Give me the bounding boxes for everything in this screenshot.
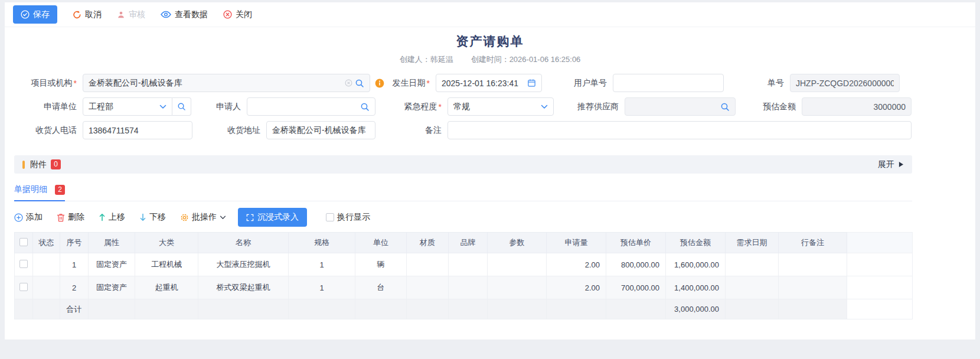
address-input[interactable] bbox=[272, 126, 370, 135]
apply-dept-select[interactable]: 工程部 bbox=[83, 97, 172, 116]
immersive-entry-button[interactable]: 沉浸式录入 bbox=[238, 208, 307, 227]
remark-input[interactable] bbox=[453, 126, 906, 135]
move-up-button[interactable]: 上移 bbox=[99, 212, 125, 223]
audit-button[interactable]: 审核 bbox=[117, 9, 145, 20]
phone-label: 收货人电话 bbox=[5, 125, 83, 136]
chevron-down-icon bbox=[159, 105, 166, 109]
address-label: 收货地址 bbox=[192, 125, 266, 136]
phone-field[interactable] bbox=[83, 121, 192, 139]
cancel-label: 取消 bbox=[85, 9, 102, 20]
order-no-field bbox=[790, 74, 900, 92]
cancel-button[interactable]: 取消 bbox=[73, 9, 102, 20]
created-time: 2026-01-06 16:25:06 bbox=[509, 55, 581, 64]
save-label: 保存 bbox=[33, 9, 50, 20]
address-field[interactable] bbox=[266, 121, 375, 139]
wrap-display-toggle[interactable]: 换行显示 bbox=[326, 212, 370, 223]
row-checkbox[interactable] bbox=[19, 283, 28, 291]
expand-button[interactable]: 展开 bbox=[878, 159, 904, 170]
expand-label: 展开 bbox=[878, 159, 894, 170]
occur-date-field[interactable] bbox=[436, 74, 542, 92]
search-icon[interactable] bbox=[360, 102, 370, 112]
view-data-label: 查看数据 bbox=[175, 9, 208, 20]
cell-attr: 固定资产 bbox=[89, 253, 135, 276]
project-input[interactable] bbox=[89, 79, 342, 88]
urgency-label: 紧急程度* bbox=[375, 102, 447, 112]
remark-field[interactable] bbox=[447, 121, 912, 139]
grid-toolbar: 添加 删除 上移 下移 批操作 bbox=[14, 208, 975, 227]
select-all-cell bbox=[15, 233, 33, 253]
urgency-select[interactable]: 常规 bbox=[447, 97, 554, 116]
cell-category: 起重机 bbox=[135, 276, 198, 299]
add-row-button[interactable]: 添加 bbox=[14, 212, 43, 223]
add-row-label: 添加 bbox=[26, 212, 43, 223]
select-all-checkbox[interactable] bbox=[19, 238, 28, 246]
cell-line-remark bbox=[779, 276, 847, 299]
cell-qty: 2.00 bbox=[547, 253, 606, 276]
tab-detail-label: 单据明细 bbox=[14, 184, 47, 195]
top-toolbar: 保存 取消 审核 查看数据 关闭 bbox=[5, 2, 975, 27]
close-circle-icon bbox=[223, 10, 232, 19]
search-icon[interactable] bbox=[355, 79, 364, 88]
apply-dept-search-button[interactable] bbox=[172, 97, 191, 116]
move-up-label: 上移 bbox=[109, 212, 125, 223]
user-order-no-label: 用户单号 bbox=[542, 78, 613, 89]
project-field[interactable] bbox=[83, 74, 370, 92]
user-order-no-field[interactable] bbox=[613, 74, 724, 92]
col-unit: 单位 bbox=[355, 233, 407, 253]
cell-status bbox=[33, 276, 60, 299]
table-header-row: 状态 序号 属性 大类 名称 规格 单位 材质 品牌 参数 申请量 预估单价 预… bbox=[15, 233, 913, 253]
cell-param bbox=[488, 253, 547, 276]
cell-spec: 1 bbox=[289, 276, 355, 299]
move-down-button[interactable]: 下移 bbox=[139, 212, 166, 223]
apply-dept-value: 工程部 bbox=[89, 102, 113, 112]
gear-icon bbox=[180, 213, 189, 222]
cell-need-date bbox=[726, 276, 779, 299]
cell-need-date bbox=[726, 253, 779, 276]
applicant-field[interactable] bbox=[247, 97, 375, 116]
search-icon[interactable] bbox=[720, 102, 730, 112]
occur-date-input[interactable] bbox=[442, 79, 525, 88]
applicant-input[interactable] bbox=[253, 102, 358, 112]
trash-icon bbox=[57, 213, 65, 222]
save-button[interactable]: 保存 bbox=[13, 5, 57, 24]
move-down-label: 下移 bbox=[149, 212, 166, 223]
batch-operations-button[interactable]: 批操作 bbox=[180, 212, 226, 223]
user-order-no-input[interactable] bbox=[619, 79, 718, 88]
close-label: 关闭 bbox=[236, 9, 252, 20]
attachments-bar[interactable]: 附件 0 展开 bbox=[14, 155, 912, 174]
table-row: 1 固定资产 工程机械 大型液压挖掘机 1 辆 2.00 800,000.00 … bbox=[15, 253, 913, 276]
cell-spec: 1 bbox=[289, 253, 355, 276]
close-button[interactable]: 关闭 bbox=[223, 9, 252, 20]
col-name: 名称 bbox=[198, 233, 289, 253]
col-param: 参数 bbox=[488, 233, 547, 253]
info-icon[interactable] bbox=[375, 79, 384, 88]
wrap-display-checkbox[interactable] bbox=[326, 213, 334, 221]
remark-label: 备注 bbox=[375, 125, 447, 136]
project-label: 项目或机构* bbox=[5, 78, 83, 89]
calendar-icon[interactable] bbox=[527, 79, 536, 87]
required-asterisk: * bbox=[74, 79, 77, 88]
col-amount: 预估金额 bbox=[666, 233, 726, 253]
check-circle-icon bbox=[21, 10, 30, 19]
eye-icon bbox=[161, 11, 171, 18]
occur-date-label: 发生日期* bbox=[384, 78, 436, 89]
est-amount-field bbox=[802, 97, 912, 116]
cell-name: 桥式双梁起重机 bbox=[198, 276, 289, 299]
tab-detail[interactable]: 单据明细 2 bbox=[14, 184, 65, 201]
est-amount-label: 预估金额 bbox=[736, 102, 802, 112]
cell-seq: 2 bbox=[60, 276, 89, 299]
cell-name: 大型液压挖掘机 bbox=[198, 253, 289, 276]
view-data-button[interactable]: 查看数据 bbox=[161, 9, 208, 20]
cell-brand bbox=[449, 253, 488, 276]
row-checkbox[interactable] bbox=[19, 260, 28, 268]
cell-attr: 固定资产 bbox=[89, 276, 135, 299]
page-title: 资产请购单 bbox=[5, 33, 975, 50]
delete-row-button[interactable]: 删除 bbox=[57, 212, 84, 223]
cell-unit-price: 700,000.00 bbox=[606, 276, 666, 299]
clear-icon[interactable] bbox=[345, 79, 352, 87]
phone-input[interactable] bbox=[89, 126, 187, 135]
supplier-label: 推荐供应商 bbox=[554, 102, 625, 112]
applicant-label: 申请人 bbox=[191, 102, 247, 112]
col-material: 材质 bbox=[407, 233, 449, 253]
cell-line-remark bbox=[779, 253, 847, 276]
